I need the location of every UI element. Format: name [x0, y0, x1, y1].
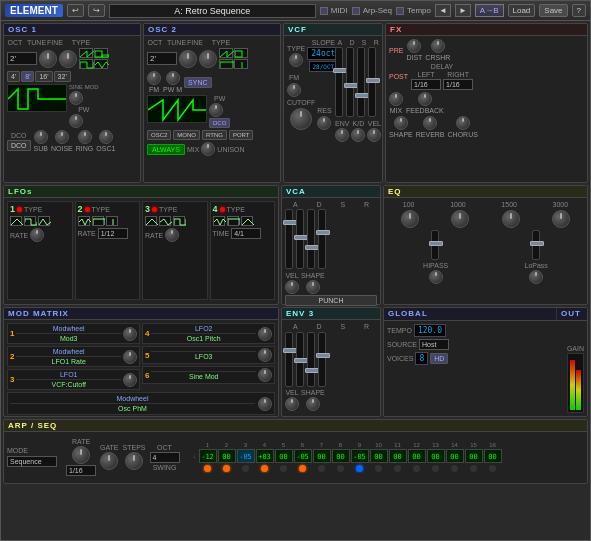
mod2-amount-knob[interactable]: [123, 350, 137, 364]
vcf-res-knob[interactable]: [317, 116, 331, 130]
osc1-16ft[interactable]: 16': [35, 71, 52, 82]
osc1-wave1[interactable]: [79, 48, 93, 58]
osc2-wave1[interactable]: [219, 48, 233, 58]
step-dot-11[interactable]: [389, 464, 407, 473]
fx-crshr-knob[interactable]: CRSHR: [425, 39, 450, 61]
load-button[interactable]: Load: [508, 4, 536, 17]
fx-right-select[interactable]: 1/16: [443, 79, 473, 90]
step-dot-3[interactable]: [237, 464, 255, 473]
step-dot-1[interactable]: [199, 464, 217, 473]
ab-button[interactable]: A→B: [475, 4, 504, 17]
midi-checkbox[interactable]: [320, 7, 328, 15]
step-val-1[interactable]: -12: [199, 449, 217, 463]
fx-mix-knob[interactable]: MIX: [389, 92, 403, 114]
osc1-sub-knob[interactable]: SUB: [34, 130, 48, 152]
global-source-select[interactable]: Host: [419, 339, 449, 350]
osc2-btn[interactable]: OSC2: [147, 130, 171, 140]
lfo4-time-select[interactable]: 4/1: [231, 228, 261, 239]
nav-left-button[interactable]: ◄: [435, 4, 451, 17]
step-dot-14[interactable]: [446, 464, 464, 473]
step-dot-12[interactable]: [408, 464, 426, 473]
lfo3-wave3[interactable]: [173, 216, 185, 226]
step-dot-6[interactable]: [294, 464, 312, 473]
fx-dist-knob[interactable]: DIST: [406, 39, 422, 61]
osc2-fine-knob[interactable]: [199, 50, 217, 68]
osc2-pw-knob[interactable]: [209, 103, 223, 117]
menu-button[interactable]: ?: [572, 4, 586, 17]
step-val-8[interactable]: 00: [332, 449, 350, 463]
step-dot-15[interactable]: [465, 464, 483, 473]
mod4-amount-knob[interactable]: [258, 327, 272, 341]
osc2-mix-knob[interactable]: [201, 142, 215, 156]
step-dot-9[interactable]: [351, 464, 369, 473]
step-dot-4[interactable]: [256, 464, 274, 473]
lfo4-wave1[interactable]: [213, 216, 225, 226]
osc2-mono-btn[interactable]: MONO: [173, 130, 200, 140]
step-val-6[interactable]: -05: [294, 449, 312, 463]
eq-freq1-slider[interactable]: [431, 230, 439, 260]
fx-shape-knob[interactable]: SHAPE: [389, 116, 413, 138]
fx-reverb-knob[interactable]: REVERB: [416, 116, 445, 138]
eq-hipass-knob[interactable]: [429, 270, 443, 284]
mod3-amount-knob[interactable]: [123, 373, 137, 387]
arp-oct-select[interactable]: 4: [150, 452, 180, 463]
arp-mode-select[interactable]: Sequence: [7, 456, 57, 467]
arp-gate-knob[interactable]: [100, 452, 118, 470]
redo-button[interactable]: ↪: [88, 4, 105, 17]
vcf-d-slider[interactable]: [346, 47, 354, 117]
osc1-pw-knob[interactable]: [69, 114, 83, 128]
lfo4-wave2[interactable]: [227, 216, 239, 226]
step-val-4[interactable]: +03: [256, 449, 274, 463]
vcf-type-knob[interactable]: [289, 53, 303, 67]
osc1-fine-knob[interactable]: [59, 50, 77, 68]
vca-s-slider[interactable]: [307, 209, 315, 269]
osc1-8ft[interactable]: 8': [21, 71, 34, 82]
mod7-amount-knob[interactable]: [258, 397, 272, 411]
step-val-13[interactable]: 00: [427, 449, 445, 463]
osc2-wave2[interactable]: [234, 48, 248, 58]
step-val-9[interactable]: -05: [351, 449, 369, 463]
mod6-amount-knob[interactable]: [258, 368, 272, 382]
vcf-vel-knob[interactable]: [367, 128, 381, 142]
osc1-4ft[interactable]: 4': [7, 71, 20, 82]
eq-knob1[interactable]: [401, 210, 419, 228]
fx-left-select[interactable]: 1/16: [411, 79, 441, 90]
osc2-rtng-btn[interactable]: RTNG: [202, 130, 227, 140]
vcf-a-slider[interactable]: [335, 47, 343, 117]
lfo2-wave2[interactable]: [92, 216, 104, 226]
osc1-wave4[interactable]: [94, 59, 108, 69]
step-val-2[interactable]: 00: [218, 449, 236, 463]
lfo1-rate-knob[interactable]: [30, 228, 44, 242]
arp-rate-select[interactable]: 1/16: [66, 465, 96, 476]
osc1-tune-knob[interactable]: [39, 50, 57, 68]
osc2-pwm-knob[interactable]: PW M: [163, 71, 182, 93]
step-val-7[interactable]: 00: [313, 449, 331, 463]
env3-s-slider[interactable]: [307, 332, 315, 387]
osc1-sinemod-knob[interactable]: [69, 91, 83, 105]
osc2-tune-knob[interactable]: [179, 50, 197, 68]
osc2-dco-btn[interactable]: DCO: [209, 118, 230, 128]
step-dot-8[interactable]: [332, 464, 350, 473]
vcf-s-slider[interactable]: [357, 47, 365, 117]
osc2-wave3[interactable]: [219, 59, 233, 69]
eq-knob3[interactable]: [502, 210, 520, 228]
env3-d-slider[interactable]: [296, 332, 304, 387]
step-val-3[interactable]: -05: [237, 449, 255, 463]
osc1-ring-knob[interactable]: RING: [76, 130, 94, 152]
osc1-dco-btn[interactable]: DCO: [7, 140, 31, 151]
mod5-amount-knob[interactable]: [258, 348, 272, 362]
vcf-fm-knob[interactable]: [287, 83, 301, 97]
osc1-oct-select[interactable]: 2': [7, 52, 37, 65]
env3-vel-knob[interactable]: [285, 397, 299, 411]
lfo1-wave1[interactable]: [10, 216, 22, 226]
step-val-10[interactable]: 00: [370, 449, 388, 463]
eq-knob4[interactable]: [552, 210, 570, 228]
eq-knob2[interactable]: [451, 210, 469, 228]
osc2-always-btn[interactable]: ALWAYS: [147, 144, 185, 155]
lfo1-wave3[interactable]: [38, 216, 50, 226]
step-val-12[interactable]: 00: [408, 449, 426, 463]
step-dot-5[interactable]: [275, 464, 293, 473]
step-val-11[interactable]: 00: [389, 449, 407, 463]
env3-shape-knob[interactable]: [306, 397, 320, 411]
vcf-env-knob[interactable]: [335, 128, 349, 142]
